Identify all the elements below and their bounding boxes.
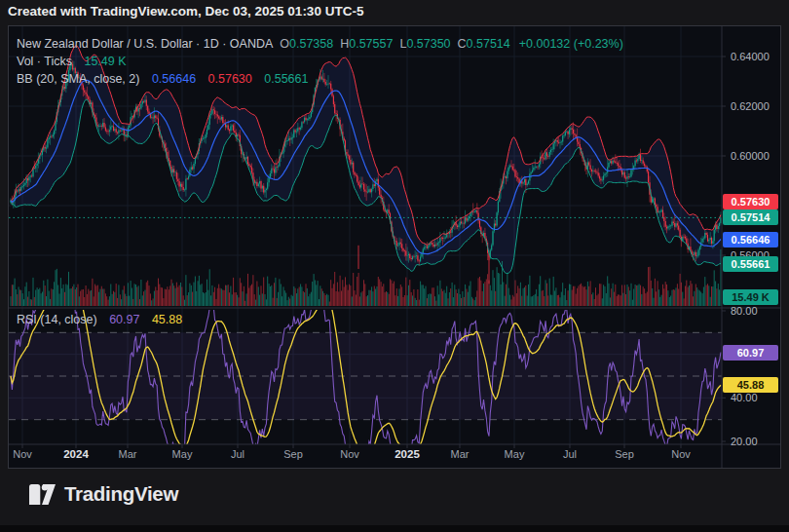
price-axis-label: 0.64000 <box>731 50 770 63</box>
price-axis[interactable]: 0.640000.620000.600000.5600080.0040.0020… <box>722 26 780 468</box>
volume-legend-row[interactable]: Vol · Ticks 15.49 K <box>17 54 127 69</box>
rsi-ma-value: 45.88 <box>152 313 182 326</box>
bollinger-basis-value: 0.56646 <box>152 72 196 86</box>
time-axis[interactable]: Nov2024MarMayJulSepNov2025MarMayJulSepNo… <box>9 444 722 468</box>
time-axis-year-label: 2024 <box>55 448 97 460</box>
time-axis-month-label: Sep <box>272 448 315 460</box>
symbol-title: New Zealand Dollar / U.S. Dollar · 1D · … <box>17 37 273 51</box>
rsi-axis-label: 20.00 <box>731 435 758 448</box>
change-value: +0.00132 (+0.23%) <box>519 37 623 51</box>
time-axis-month-label: Jul <box>216 448 259 460</box>
bollinger-lower-value: 0.55661 <box>264 72 308 86</box>
ohlc-high-value: 0.57557 <box>349 37 393 51</box>
bb-lower-badge: 0.55661 <box>723 256 778 272</box>
ohlc-high-label: H <box>340 37 349 51</box>
price-axis-label: 0.62000 <box>731 99 770 113</box>
rsi-value-badge: 60.97 <box>723 345 778 361</box>
time-axis-month-label: Nov <box>328 448 371 460</box>
time-axis-month-label: Mar <box>438 448 481 460</box>
time-axis-month-label: Nov <box>659 448 702 460</box>
rsi-axis-label: 40.00 <box>731 391 758 404</box>
time-axis-month-label: May <box>493 448 536 460</box>
rsi-ma-badge: 45.88 <box>723 377 778 393</box>
bollinger-label: BB (20, SMA, close, 2) <box>17 72 139 86</box>
rsi-value: 60.97 <box>109 313 139 326</box>
volume-label: Vol · Ticks <box>17 55 72 68</box>
chart-canvas[interactable] <box>9 26 780 468</box>
time-axis-month-label: May <box>161 448 204 460</box>
rsi-label: RSI (14, close) <box>17 313 97 326</box>
time-axis-month-label: Mar <box>106 448 149 460</box>
bottom-strip <box>0 525 789 532</box>
price-axis-label: 0.60000 <box>731 149 770 163</box>
rsi-legend-row[interactable]: RSI (14, close) 60.97 45.88 <box>17 312 182 327</box>
ohlc-close-label: C <box>458 37 467 51</box>
ohlc-low-value: 0.57350 <box>406 37 450 51</box>
time-axis-year-label: 2025 <box>386 448 429 460</box>
tradingview-logo-text: TradingView <box>64 482 178 506</box>
bb-basis-badge: 0.56646 <box>723 232 778 247</box>
ohlc-open-value: 0.57358 <box>289 37 333 51</box>
ohlc-close-value: 0.57514 <box>467 37 510 51</box>
time-axis-month-label: Jul <box>548 448 591 460</box>
tradingview-logo-icon <box>29 484 56 505</box>
ohlc-open-label: O <box>280 37 289 51</box>
symbol-legend-row[interactable]: New Zealand Dollar / U.S. Dollar · 1D · … <box>17 36 623 52</box>
tradingview-chart-screenshot: Created with TradingView.com, Dec 03, 20… <box>0 0 789 532</box>
bollinger-upper-value: 0.57630 <box>208 72 252 86</box>
chart-widget[interactable]: New Zealand Dollar / U.S. Dollar · 1D · … <box>8 25 781 469</box>
attribution-text: Created with TradingView.com, Dec 03, 20… <box>8 4 363 19</box>
bb-upper-badge: 0.57630 <box>723 194 778 209</box>
tradingview-logo[interactable]: TradingView <box>29 478 178 510</box>
volume-badge: 15.49 K <box>723 289 778 305</box>
time-axis-month-label: Sep <box>603 448 646 460</box>
current-price-badge: 0.57514 <box>723 209 778 225</box>
bollinger-legend-row[interactable]: BB (20, SMA, close, 2) 0.56646 0.57630 0… <box>17 71 308 87</box>
time-axis-month-label: Nov <box>1 448 44 460</box>
rsi-axis-label: 80.00 <box>731 304 758 318</box>
volume-value: 15.49 K <box>84 55 126 68</box>
